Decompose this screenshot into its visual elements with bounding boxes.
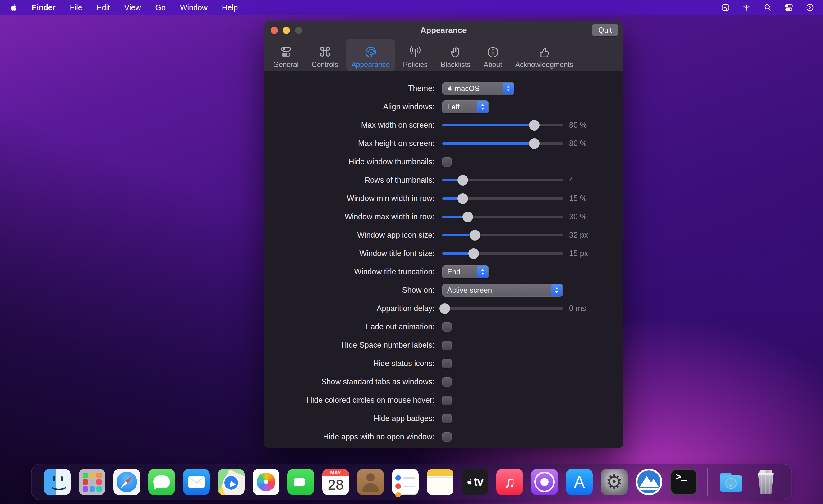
dock-finder-icon[interactable]: [44, 469, 70, 495]
dock-calendar-icon[interactable]: MAY 28: [322, 469, 349, 495]
dock-contacts-icon[interactable]: [357, 469, 384, 495]
apple-logo-icon: [447, 86, 453, 91]
dock-downloads-icon[interactable]: ↓: [718, 469, 745, 495]
settings-row: Hide window thumbnails:: [264, 153, 623, 171]
dock-mail-icon[interactable]: [183, 469, 210, 495]
row-label: Hide app badges:: [264, 414, 435, 423]
slider-knob[interactable]: [470, 230, 480, 240]
menu-help[interactable]: Help: [222, 3, 238, 12]
dock-trash-icon[interactable]: [753, 469, 779, 495]
menu-edit[interactable]: Edit: [97, 3, 110, 12]
checkbox[interactable]: [442, 377, 452, 386]
checkbox[interactable]: [442, 157, 452, 167]
dock-maps-icon[interactable]: [218, 469, 244, 495]
slider[interactable]: [442, 193, 563, 204]
apple-menu-icon[interactable]: [10, 4, 17, 11]
dock-music-icon[interactable]: ♫: [496, 469, 523, 495]
menu-window[interactable]: Window: [180, 3, 208, 12]
checkbox[interactable]: [442, 322, 452, 332]
slider[interactable]: [442, 175, 563, 186]
tab-blacklists[interactable]: Blacklists: [436, 39, 476, 71]
menu-view[interactable]: View: [124, 3, 141, 12]
row-label: Fade out animation:: [264, 322, 435, 331]
dock-podcasts-icon[interactable]: [531, 469, 558, 495]
slider[interactable]: [442, 138, 563, 149]
slider[interactable]: [442, 248, 563, 259]
stepper-icon: [477, 101, 488, 113]
dropdown[interactable]: macOS: [442, 82, 514, 95]
search-icon[interactable]: [763, 3, 772, 12]
settings-row: Hide Space number labels:: [264, 336, 623, 354]
dock-appstore-icon[interactable]: [566, 469, 593, 495]
tab-controls[interactable]: ⌘ Controls: [307, 39, 343, 71]
dropdown[interactable]: Active screen: [442, 284, 563, 297]
dock-system-preferences-icon[interactable]: [601, 469, 628, 495]
menu-file[interactable]: File: [69, 3, 82, 12]
menu-app-name[interactable]: Finder: [32, 3, 55, 12]
checkbox[interactable]: [442, 395, 452, 405]
dock-facetime-icon[interactable]: [288, 469, 314, 495]
alttab-menu-icon[interactable]: [721, 3, 730, 12]
wifi-alert-icon[interactable]: [742, 3, 751, 12]
slider[interactable]: [442, 211, 563, 222]
dropdown[interactable]: End: [442, 266, 489, 279]
toggles-icon: [279, 43, 293, 59]
slider[interactable]: [442, 120, 563, 131]
slider-knob[interactable]: [440, 303, 450, 314]
quit-button[interactable]: Quit: [592, 24, 618, 36]
dock-alttab-icon[interactable]: [636, 469, 662, 495]
dock-safari-icon[interactable]: [114, 469, 140, 495]
tab-policies[interactable]: Policies: [398, 39, 433, 71]
checkbox[interactable]: [442, 359, 452, 368]
menu-go[interactable]: Go: [155, 3, 166, 12]
slider[interactable]: [442, 303, 563, 314]
row-label: Show standard tabs as windows:: [264, 377, 435, 386]
slider-knob[interactable]: [458, 175, 468, 185]
row-label: Theme:: [264, 84, 435, 93]
row-label: Window app icon size:: [264, 230, 435, 239]
dock-launchpad-icon[interactable]: [78, 469, 105, 495]
checkbox[interactable]: [442, 432, 452, 442]
slider-knob[interactable]: [463, 212, 473, 222]
slider-knob[interactable]: [458, 193, 468, 204]
tab-label: Blacklists: [441, 61, 471, 68]
settings-row: Theme: macOS: [264, 79, 623, 98]
window-titlebar[interactable]: Appearance Quit: [264, 21, 623, 39]
checkbox[interactable]: [442, 414, 452, 423]
slider-knob[interactable]: [468, 248, 479, 259]
dock-notes-icon[interactable]: [427, 469, 454, 495]
row-label: Max height on screen:: [264, 139, 435, 148]
slider-knob[interactable]: [529, 138, 539, 149]
slider[interactable]: [442, 230, 563, 241]
row-label: Show on:: [264, 286, 435, 295]
checkbox[interactable]: [442, 341, 452, 350]
tab-general[interactable]: General: [268, 39, 304, 71]
settings-row: Max height on screen: 80 %: [264, 134, 623, 153]
tab-appearance[interactable]: Appearance: [346, 39, 395, 71]
slider-knob[interactable]: [529, 120, 539, 131]
fast-user-switching-icon[interactable]: [806, 3, 814, 12]
row-label: Hide colored circles on mouse hover:: [264, 395, 435, 404]
settings-row: Hide app badges:: [264, 409, 623, 428]
row-label: Rows of thumbnails:: [264, 176, 435, 185]
settings-row: Hide status icons:: [264, 354, 623, 372]
dock: MAY 28 tv ♫ ↓: [31, 464, 792, 500]
tab-acknowledgments[interactable]: Acknowledgments: [510, 39, 579, 71]
dock-tv-icon[interactable]: tv: [462, 469, 488, 495]
dock-messages-icon[interactable]: [148, 469, 175, 495]
dock-reminders-icon[interactable]: [392, 469, 419, 495]
dock-photos-icon[interactable]: [253, 469, 280, 495]
calendar-day: 28: [322, 476, 349, 493]
settings-row: Apparition delay: 0 ms: [264, 299, 623, 318]
tab-label: About: [484, 61, 502, 68]
settings-row: Window max width in row: 30 %: [264, 207, 623, 226]
settings-row: Window app icon size: 32 px: [264, 226, 623, 244]
row-label: Hide Space number labels:: [264, 341, 435, 350]
control-center-icon[interactable]: [785, 3, 793, 12]
dropdown[interactable]: Left: [442, 100, 489, 114]
row-label: Hide status icons:: [264, 359, 435, 368]
row-label: Hide apps with no open window:: [264, 432, 435, 441]
dock-terminal-icon[interactable]: [670, 469, 697, 495]
tab-about[interactable]: About: [479, 39, 507, 71]
row-label: Window min width in row:: [264, 194, 435, 203]
